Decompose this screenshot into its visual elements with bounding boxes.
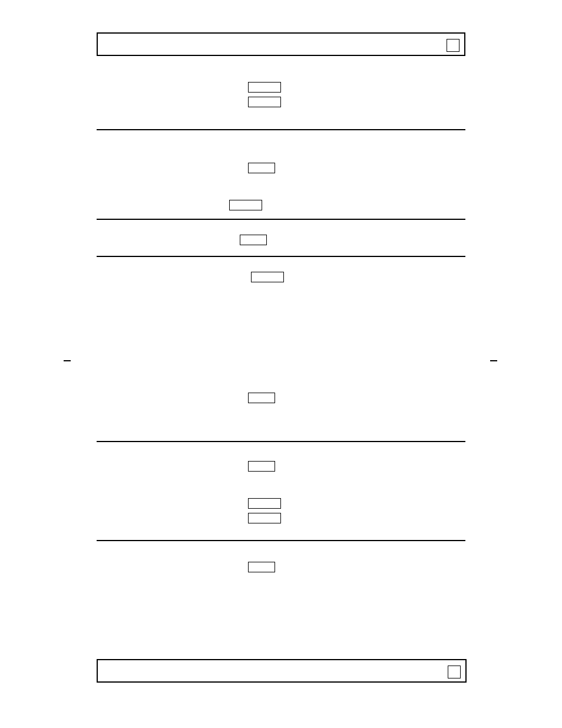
top-banner-frame (97, 32, 465, 56)
field-box-8[interactable] (248, 562, 275, 572)
field-box-7a[interactable] (248, 498, 281, 509)
field-box-1a[interactable] (248, 82, 281, 93)
top-page-number-box (447, 39, 459, 52)
page (0, 0, 562, 728)
crop-mark-right (490, 360, 497, 361)
divider-2 (97, 219, 465, 220)
divider-4 (97, 441, 465, 442)
bottom-banner-frame (97, 659, 467, 683)
field-box-7b[interactable] (248, 513, 281, 523)
field-box-1b[interactable] (248, 97, 281, 107)
divider-1 (97, 129, 465, 130)
divider-5 (97, 540, 465, 541)
field-box-2b[interactable] (229, 200, 262, 210)
field-box-2a[interactable] (248, 163, 275, 173)
field-box-4[interactable] (251, 272, 284, 282)
field-box-5[interactable] (248, 393, 275, 403)
divider-3 (97, 256, 465, 257)
crop-mark-left (64, 360, 71, 361)
field-box-6[interactable] (248, 461, 275, 472)
bottom-page-number-box (448, 666, 461, 678)
field-box-3[interactable] (240, 235, 267, 245)
